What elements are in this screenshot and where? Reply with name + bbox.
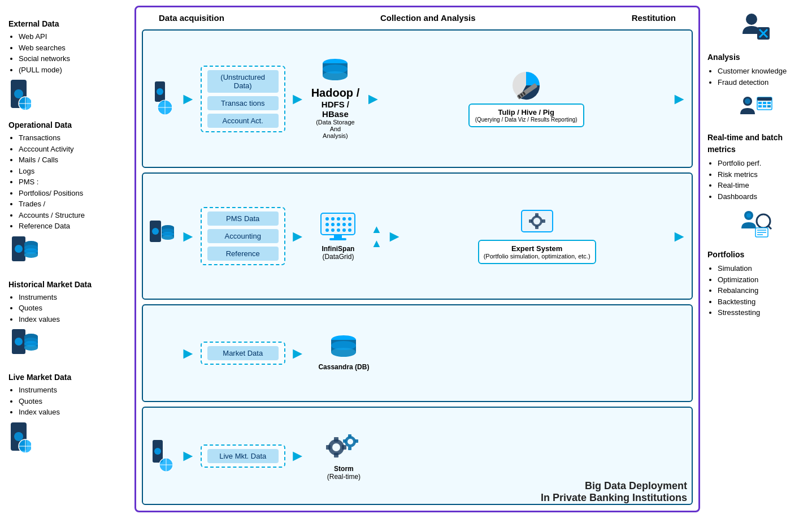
svg-rect-93 <box>343 439 346 443</box>
hadoop-title: Hadoop / <box>311 87 360 100</box>
list-item: Stresstesting <box>718 307 804 318</box>
expert-title: Expert System <box>484 244 590 253</box>
svg-point-62 <box>342 228 346 232</box>
svg-point-35 <box>323 64 348 74</box>
svg-point-49 <box>325 217 329 221</box>
svg-point-90 <box>348 439 353 444</box>
header-restitution: Restitution <box>632 13 676 23</box>
live-market-icon <box>8 421 127 455</box>
list-item: Accounts / Structure <box>19 210 127 221</box>
arrow-row1b: ► <box>290 91 306 107</box>
input-pms: PMS Data <box>207 211 279 226</box>
list-item: Rebalancing <box>718 285 804 296</box>
list-item: Optimization <box>718 274 804 286</box>
svg-line-112 <box>768 226 771 229</box>
svg-point-54 <box>325 223 329 226</box>
middle-panel: Data acquisition Collection and Analysis… <box>134 6 700 512</box>
realtime-title: Real-time and batch metrics <box>707 132 804 156</box>
svg-point-58 <box>348 223 351 226</box>
header-collection: Collection and Analysis <box>380 13 476 23</box>
svg-rect-103 <box>758 102 762 104</box>
svg-point-63 <box>348 228 351 232</box>
analysis-list: Customer knowledge Fraud detection <box>707 66 804 88</box>
external-data-title: External Data <box>8 18 127 30</box>
list-item: Trades / <box>19 198 127 210</box>
svg-rect-91 <box>348 434 351 438</box>
list-item: Quotes <box>19 396 127 407</box>
arrow-row2b: ► <box>290 228 306 244</box>
storm-sub: (Real-time) <box>327 473 361 481</box>
svg-point-52 <box>342 217 346 221</box>
row-1: ► (Unstructured Data) Transac tions Acco… <box>142 29 693 168</box>
tulip-title: Tulip / Hive / Pig <box>475 108 577 116</box>
list-item: Index values <box>19 407 127 418</box>
input-accounting: Accounting <box>207 229 279 243</box>
row2-inputs: PMS Data Accounting Reference <box>201 207 285 265</box>
infinispan-sub: (DataGrid) <box>322 253 354 261</box>
svg-rect-71 <box>529 219 532 223</box>
arrow-up1: ▲ <box>371 223 382 236</box>
svg-rect-92 <box>348 447 351 450</box>
left-panel: External Data Web API Web searches Socia… <box>6 6 130 512</box>
realtime-section-icon <box>707 94 804 123</box>
list-item: PMS : <box>19 176 127 188</box>
svg-point-76 <box>331 341 356 350</box>
hdfs-title: HDFS / <box>311 100 360 109</box>
portfolios-list: Simulation Optimization Rebalancing Back… <box>707 263 804 318</box>
list-item: Real-time <box>718 180 804 191</box>
list-item: Logs <box>19 166 127 177</box>
header-acquisition: Data acquisition <box>159 13 224 23</box>
arrow-row2c: ► <box>387 228 402 244</box>
hadoop-sub: (Data Storage <box>311 119 360 126</box>
list-item: Instruments <box>19 385 127 396</box>
infinispan-title: InfiniSpan <box>322 245 354 253</box>
svg-point-7 <box>15 245 23 253</box>
portfolios-title: Portfolios <box>707 249 804 261</box>
storm-title: Storm <box>327 465 361 473</box>
input-live-mkt: Live Mkt. Data <box>207 449 279 463</box>
list-item: Customer knowledge <box>718 66 804 77</box>
row-3: ► Market Data ► Cassandra (DB) <box>142 304 693 403</box>
tulip-sub: (Querying / Data Viz / Results Reporting… <box>475 116 577 123</box>
arrow-row4: ► <box>180 448 196 464</box>
list-item: Risk metrics <box>718 169 804 180</box>
svg-point-100 <box>745 98 750 104</box>
historical-market-list: Instruments Quotes Index values <box>8 292 127 325</box>
svg-point-68 <box>533 218 540 225</box>
row3-inputs: Market Data <box>201 342 285 365</box>
list-item: (PULL mode) <box>19 64 127 76</box>
analysis-section <box>707 11 804 42</box>
svg-point-57 <box>342 223 346 226</box>
list-item: Backtesting <box>718 296 804 308</box>
svg-rect-85 <box>334 437 338 442</box>
svg-point-51 <box>337 217 340 221</box>
svg-rect-65 <box>329 238 346 240</box>
list-item: Quotes <box>19 303 127 314</box>
live-market-list: Instruments Quotes Index values <box>8 385 127 418</box>
arrow-row3b: ► <box>290 346 306 361</box>
svg-point-53 <box>348 217 351 221</box>
list-item: Social networks <box>19 53 127 64</box>
input-account-act: Account Act. <box>207 114 279 128</box>
svg-rect-108 <box>767 105 771 107</box>
input-reference: Reference <box>207 247 279 261</box>
list-item: Reference Data <box>19 221 127 232</box>
expert-sub: (Portfolio simulation, optimization, etc… <box>484 253 590 260</box>
arrow-row1d: ► <box>671 91 687 107</box>
svg-point-59 <box>325 228 329 232</box>
operational-data-list: Transactions Acccount Activity Mails / C… <box>8 132 127 232</box>
list-item: Dashboards <box>718 191 804 202</box>
svg-rect-70 <box>535 226 539 229</box>
svg-rect-94 <box>355 439 358 443</box>
row1-inputs: (Unstructured Data) Transac tions Accoun… <box>201 66 285 132</box>
input-unstructured: (Unstructured Data) <box>207 70 279 93</box>
svg-point-12 <box>24 245 38 251</box>
svg-point-95 <box>746 14 757 25</box>
live-market-title: Live Market Data <box>8 372 127 383</box>
portfolios-section-icon <box>707 209 804 240</box>
main-container: External Data Web API Web searches Socia… <box>0 0 812 518</box>
svg-point-111 <box>757 214 770 228</box>
svg-point-21 <box>14 432 23 441</box>
arrow-up2: ▲ <box>371 237 382 250</box>
list-item: Web API <box>19 31 127 42</box>
